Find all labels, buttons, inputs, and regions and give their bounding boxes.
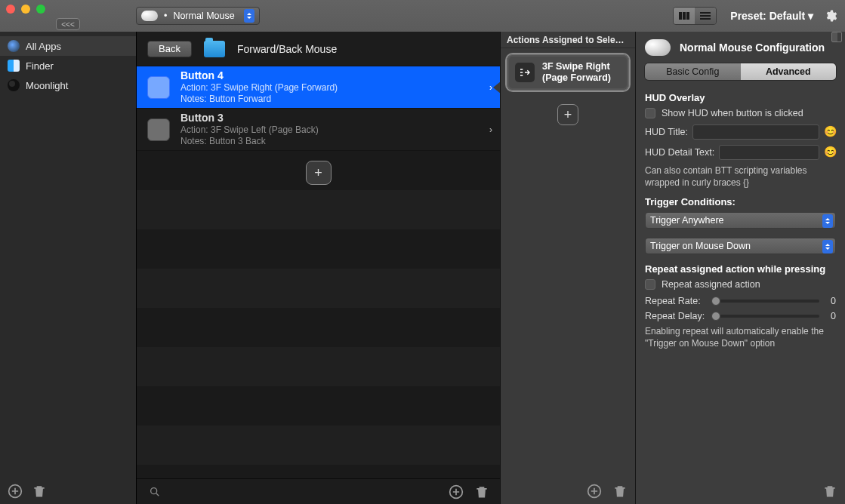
repeat-action-checkbox[interactable]: Repeat assigned action (645, 279, 836, 290)
actions-column: Actions Assigned to Selected… 3F Swipe R… (500, 32, 635, 504)
breadcrumb: Forward/Back Mouse (237, 43, 337, 55)
finder-icon (8, 60, 20, 72)
window-controls (6, 5, 45, 14)
svg-rect-5 (700, 18, 711, 20)
show-hud-label: Show HUD when button is clicked (662, 108, 803, 118)
close-window-button[interactable] (6, 5, 15, 14)
sidebar-item-all-apps[interactable]: All Apps (0, 36, 136, 56)
repeat-delay-value: 0 (825, 311, 836, 321)
globe-icon (8, 40, 20, 52)
chevron-updown-icon (822, 214, 833, 228)
repeat-rate-slider[interactable] (716, 300, 819, 303)
trigger-timing-select[interactable]: Trigger on Mouse Down (645, 238, 836, 254)
sidebar-item-label: Moonlight (26, 80, 68, 91)
repeat-heading: Repeat assigned action while pressing (645, 263, 836, 275)
action-card[interactable]: 3F Swipe Right (Page Forward) (507, 54, 629, 91)
svg-point-7 (151, 487, 157, 493)
add-action-footer-button[interactable] (587, 484, 602, 499)
trigger-title: Button 4 (180, 69, 338, 83)
repeat-note: Enabling repeat will automatically enabl… (645, 326, 836, 349)
device-select-label: Normal Mouse (173, 11, 234, 21)
trigger-timing-value: Trigger on Mouse Down (650, 241, 751, 251)
actions-header: Actions Assigned to Selected… (501, 32, 635, 48)
svg-rect-4 (700, 15, 711, 17)
moon-icon (8, 79, 20, 91)
trigger-title: Button 3 (180, 112, 319, 125)
trigger-action: Action: 3F Swipe Right (Page Forward) (180, 82, 338, 94)
repeat-delay-slider[interactable] (716, 315, 819, 318)
show-hud-checkbox-input[interactable] (645, 108, 655, 118)
config-tab-segment: Basic Config Advanced (645, 63, 836, 80)
zoom-window-button[interactable] (36, 5, 45, 14)
hud-note: Can also contain BTT scripting variables… (645, 165, 836, 189)
sidebar-item-finder[interactable]: Finder (0, 56, 136, 75)
chevron-right-icon: › (489, 124, 492, 135)
view-mode-segment (673, 7, 717, 25)
hud-detail-label: HUD Detail Text: (645, 147, 714, 158)
minimize-window-button[interactable] (21, 5, 30, 14)
search-button[interactable] (147, 484, 162, 499)
trigger-column: Back Forward/Back Mouse Button 4 Action:… (136, 32, 500, 504)
button-glyph-icon (147, 118, 170, 141)
sidebar-collapse-button[interactable]: <<< (56, 18, 80, 30)
add-trigger-footer-button[interactable] (449, 484, 464, 499)
sidebar-item-label: Finder (26, 60, 54, 72)
action-title: 3F Swipe Right (542, 61, 611, 72)
svg-rect-2 (686, 12, 689, 20)
folder-icon (204, 41, 225, 57)
panel-collapse-button[interactable] (831, 32, 842, 42)
mouse-icon (141, 11, 158, 21)
hud-detail-input[interactable] (719, 145, 819, 160)
window-toolbar: <<< • Normal Mouse Preset: Default ▾ (0, 0, 845, 32)
repeat-delay-label: Repeat Delay: (645, 311, 710, 321)
swipe-right-icon (515, 63, 535, 82)
device-select[interactable]: • Normal Mouse (136, 7, 260, 25)
mouse-icon (645, 39, 671, 56)
view-list-button[interactable] (695, 8, 716, 24)
add-action-button[interactable]: + (557, 104, 578, 125)
hud-heading: HUD Overlay (645, 92, 836, 103)
delete-trigger-button[interactable] (474, 484, 489, 499)
svg-rect-3 (700, 12, 711, 14)
sidebar-item-moonlight[interactable]: Moonlight (0, 75, 136, 95)
hud-title-label: HUD Title: (645, 127, 688, 137)
add-trigger-button[interactable]: + (306, 161, 332, 185)
trigger-notes: Notes: Button Forward (180, 94, 338, 105)
hud-title-input[interactable] (692, 124, 819, 140)
empty-rows (137, 151, 500, 478)
config-title: Normal Mouse Configuration (680, 41, 825, 54)
tab-basic-config[interactable]: Basic Config (645, 63, 741, 80)
svg-rect-0 (679, 12, 682, 20)
device-bullet: • (164, 11, 167, 21)
delete-config-button[interactable] (822, 484, 837, 499)
trigger-location-select[interactable]: Trigger Anywhere (645, 212, 836, 229)
chevron-updown-icon (822, 240, 833, 254)
emoji-picker-icon[interactable]: 😊 (824, 126, 836, 138)
chevron-right-icon: › (489, 82, 492, 93)
button-glyph-icon (147, 76, 170, 99)
conditions-heading: Trigger Conditions: (645, 196, 836, 207)
repeat-action-label: Repeat assigned action (662, 279, 760, 290)
sidebar-item-label: All Apps (26, 41, 61, 52)
add-app-button[interactable] (8, 484, 23, 499)
config-panel: Normal Mouse Configuration Basic Config … (635, 32, 845, 504)
trigger-action: Action: 3F Swipe Left (Page Back) (180, 124, 319, 136)
delete-app-button[interactable] (32, 484, 47, 499)
delete-action-button[interactable] (612, 484, 628, 499)
show-hud-checkbox[interactable]: Show HUD when button is clicked (645, 108, 836, 118)
trigger-location-value: Trigger Anywhere (650, 215, 724, 226)
repeat-action-checkbox-input[interactable] (645, 279, 655, 290)
repeat-rate-label: Repeat Rate: (645, 296, 710, 306)
view-columns-button[interactable] (674, 8, 695, 24)
trigger-row[interactable]: Button 3 Action: 3F Swipe Left (Page Bac… (137, 109, 500, 151)
tab-advanced[interactable]: Advanced (741, 63, 837, 80)
app-sidebar: All Apps Finder Moonlight (0, 32, 136, 504)
action-subtitle: (Page Forward) (542, 72, 611, 84)
trigger-notes: Notes: Button 3 Back (180, 136, 319, 147)
preset-dropdown[interactable]: Preset: Default ▾ (730, 10, 813, 22)
trigger-row[interactable]: Button 4 Action: 3F Swipe Right (Page Fo… (137, 66, 500, 109)
back-button[interactable]: Back (147, 41, 192, 57)
emoji-picker-icon[interactable]: 😊 (824, 146, 836, 158)
repeat-rate-value: 0 (825, 296, 836, 306)
gear-icon[interactable] (824, 9, 837, 23)
